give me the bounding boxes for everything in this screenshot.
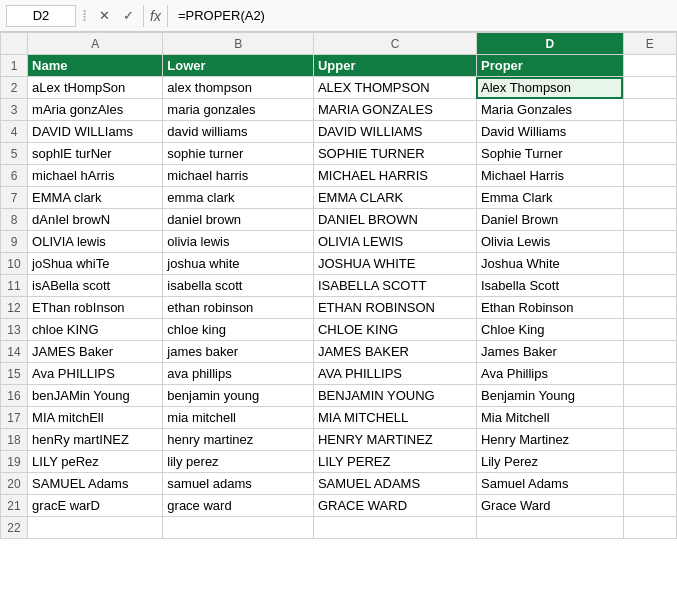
col-header-B[interactable]: B [163, 33, 314, 55]
col-header-E[interactable]: E [623, 33, 676, 55]
cell-B15[interactable]: ava phillips [163, 363, 314, 385]
cell-C5[interactable]: SOPHIE TURNER [313, 143, 476, 165]
cell-D20[interactable]: Samuel Adams [476, 473, 623, 495]
row-num-18[interactable]: 18 [1, 429, 28, 451]
row-num-5[interactable]: 5 [1, 143, 28, 165]
row-num-13[interactable]: 13 [1, 319, 28, 341]
cell-A20[interactable]: SAMUEL Adams [28, 473, 163, 495]
cell-D21[interactable]: Grace Ward [476, 495, 623, 517]
confirm-formula-button[interactable]: ✓ [117, 5, 139, 27]
cell-A4[interactable]: DAVID WILLIams [28, 121, 163, 143]
cell-A9[interactable]: OLIVIA lewis [28, 231, 163, 253]
header-lower[interactable]: Lower [163, 55, 314, 77]
cancel-formula-button[interactable]: ✕ [93, 5, 115, 27]
cell-E16[interactable] [623, 385, 676, 407]
cell-D14[interactable]: James Baker [476, 341, 623, 363]
row-num-7[interactable]: 7 [1, 187, 28, 209]
col-header-D[interactable]: D [476, 33, 623, 55]
row-num-2[interactable]: 2 [1, 77, 28, 99]
cell-E13[interactable] [623, 319, 676, 341]
cell-B4[interactable]: david williams [163, 121, 314, 143]
cell-D8[interactable]: Daniel Brown [476, 209, 623, 231]
cell-A7[interactable]: EMMA clark [28, 187, 163, 209]
cell-B17[interactable]: mia mitchell [163, 407, 314, 429]
cell-E15[interactable] [623, 363, 676, 385]
header-proper[interactable]: Proper [476, 55, 623, 77]
cell-A21[interactable]: gracE warD [28, 495, 163, 517]
header-upper[interactable]: Upper [313, 55, 476, 77]
cell-B13[interactable]: chloe king [163, 319, 314, 341]
row-num-15[interactable]: 15 [1, 363, 28, 385]
cell-D6[interactable]: Michael Harris [476, 165, 623, 187]
cell-E2[interactable] [623, 77, 676, 99]
cell-D16[interactable]: Benjamin Young [476, 385, 623, 407]
cell-C20[interactable]: SAMUEL ADAMS [313, 473, 476, 495]
row-num-9[interactable]: 9 [1, 231, 28, 253]
cell-D9[interactable]: Olivia Lewis [476, 231, 623, 253]
row-num-17[interactable]: 17 [1, 407, 28, 429]
row-num-20[interactable]: 20 [1, 473, 28, 495]
cell-B20[interactable]: samuel adams [163, 473, 314, 495]
row-num-19[interactable]: 19 [1, 451, 28, 473]
cell-A22[interactable] [28, 517, 163, 539]
cell-E19[interactable] [623, 451, 676, 473]
cell-C2[interactable]: ALEX THOMPSON [313, 77, 476, 99]
cell-A2[interactable]: aLex tHompSon [28, 77, 163, 99]
cell-B2[interactable]: alex thompson [163, 77, 314, 99]
cell-A18[interactable]: henRy martINEZ [28, 429, 163, 451]
cell-E18[interactable] [623, 429, 676, 451]
cell-A12[interactable]: EThan robInson [28, 297, 163, 319]
cell-B21[interactable]: grace ward [163, 495, 314, 517]
cell-E5[interactable] [623, 143, 676, 165]
cell-C3[interactable]: MARIA GONZALES [313, 99, 476, 121]
cell-A17[interactable]: MIA mitchEll [28, 407, 163, 429]
cell-D22[interactable] [476, 517, 623, 539]
cell-D19[interactable]: Lily Perez [476, 451, 623, 473]
cell-C10[interactable]: JOSHUA WHITE [313, 253, 476, 275]
cell-A5[interactable]: sophlE turNer [28, 143, 163, 165]
cell-C15[interactable]: AVA PHILLIPS [313, 363, 476, 385]
col-header-C[interactable]: C [313, 33, 476, 55]
cell-E1[interactable] [623, 55, 676, 77]
cell-C7[interactable]: EMMA CLARK [313, 187, 476, 209]
cell-B11[interactable]: isabella scott [163, 275, 314, 297]
cell-A6[interactable]: michael hArris [28, 165, 163, 187]
cell-B22[interactable] [163, 517, 314, 539]
cell-C18[interactable]: HENRY MARTINEZ [313, 429, 476, 451]
cell-B18[interactable]: henry martinez [163, 429, 314, 451]
cell-C6[interactable]: MICHAEL HARRIS [313, 165, 476, 187]
cell-E7[interactable] [623, 187, 676, 209]
cell-E4[interactable] [623, 121, 676, 143]
cell-E3[interactable] [623, 99, 676, 121]
row-num-14[interactable]: 14 [1, 341, 28, 363]
cell-D11[interactable]: Isabella Scott [476, 275, 623, 297]
cell-A14[interactable]: JAMES Baker [28, 341, 163, 363]
cell-B8[interactable]: daniel brown [163, 209, 314, 231]
cell-D2[interactable]: Alex Thompson [476, 77, 623, 99]
row-num-4[interactable]: 4 [1, 121, 28, 143]
cell-C11[interactable]: ISABELLA SCOTT [313, 275, 476, 297]
cell-D10[interactable]: Joshua White [476, 253, 623, 275]
cell-A15[interactable]: Ava PHILLIPS [28, 363, 163, 385]
cell-B12[interactable]: ethan robinson [163, 297, 314, 319]
cell-D4[interactable]: David Williams [476, 121, 623, 143]
row-num-12[interactable]: 12 [1, 297, 28, 319]
cell-B5[interactable]: sophie turner [163, 143, 314, 165]
cell-C14[interactable]: JAMES BAKER [313, 341, 476, 363]
cell-C12[interactable]: ETHAN ROBINSON [313, 297, 476, 319]
cell-A8[interactable]: dAnIel browN [28, 209, 163, 231]
cell-B14[interactable]: james baker [163, 341, 314, 363]
cell-D15[interactable]: Ava Phillips [476, 363, 623, 385]
cell-E10[interactable] [623, 253, 676, 275]
cell-B6[interactable]: michael harris [163, 165, 314, 187]
row-num-1[interactable]: 1 [1, 55, 28, 77]
cell-B16[interactable]: benjamin young [163, 385, 314, 407]
cell-D17[interactable]: Mia Mitchell [476, 407, 623, 429]
cell-A3[interactable]: mAria gonzAles [28, 99, 163, 121]
cell-E9[interactable] [623, 231, 676, 253]
cell-E6[interactable] [623, 165, 676, 187]
cell-A16[interactable]: benJAMin Young [28, 385, 163, 407]
row-num-3[interactable]: 3 [1, 99, 28, 121]
cell-E20[interactable] [623, 473, 676, 495]
cell-D13[interactable]: Chloe King [476, 319, 623, 341]
